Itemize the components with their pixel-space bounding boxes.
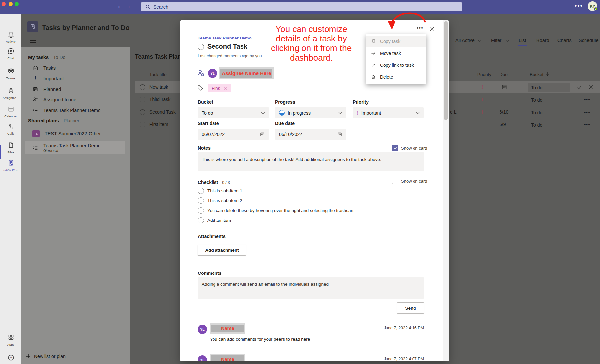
task-title[interactable]: Second Task xyxy=(149,109,176,115)
complete-circle[interactable] xyxy=(140,97,145,102)
task-title[interactable]: Second Task xyxy=(207,43,247,50)
checklist-item[interactable]: This is sub-item 1 xyxy=(207,188,242,193)
link-icon xyxy=(371,63,376,68)
rail-item-assignments[interactable]: Assignme... xyxy=(0,87,21,100)
comment-avatar: YL xyxy=(198,355,207,361)
zoom-window-button[interactable] xyxy=(15,2,19,6)
comment-avatar: YL xyxy=(198,325,207,334)
circle-check-icon xyxy=(32,65,38,71)
checklist-item-circle[interactable] xyxy=(198,207,204,214)
sidebar-item-test-summer[interactable]: TS TEST-Summer2022-Other xyxy=(32,130,100,137)
bucket-value[interactable]: To do xyxy=(531,97,542,103)
add-attachment-button[interactable]: Add attachment xyxy=(198,245,246,256)
rail-item-calls[interactable]: Calls xyxy=(0,123,21,135)
progress-dropdown[interactable]: In progress xyxy=(275,107,346,118)
col-due[interactable]: Due xyxy=(500,72,508,77)
tab-schedule[interactable]: Schedule xyxy=(579,38,598,43)
sidebar-item-planned[interactable]: Planned xyxy=(32,86,61,92)
all-active-dropdown[interactable]: All Active xyxy=(455,38,482,43)
rail-item-chat[interactable]: Chat xyxy=(0,47,21,60)
hamburger-icon[interactable] xyxy=(30,38,36,45)
important-icon: ! xyxy=(481,84,483,90)
forward-icon[interactable]: › xyxy=(128,3,130,10)
filter-dropdown[interactable]: Filter xyxy=(491,38,509,43)
tag-pill[interactable]: Pink xyxy=(208,84,231,92)
breadcrumb[interactable]: Teams Task Planner Demo xyxy=(198,36,252,40)
checklist-item-circle[interactable] xyxy=(198,188,204,194)
complete-circle[interactable] xyxy=(198,44,204,50)
rail-more-icon[interactable] xyxy=(0,181,21,187)
notes-input[interactable]: This is where you add a description of t… xyxy=(198,152,424,171)
complete-circle[interactable] xyxy=(140,122,145,127)
confirm-icon[interactable] xyxy=(577,85,582,90)
bucket-label: Bucket xyxy=(198,99,213,105)
new-list-button[interactable]: New list or plan xyxy=(26,354,66,359)
chevron-down-icon xyxy=(505,40,509,42)
phone-icon xyxy=(7,123,14,130)
scrollbar-thumb[interactable] xyxy=(444,21,448,120)
bucket-value[interactable]: To do xyxy=(531,122,542,128)
add-assignee-icon[interactable] xyxy=(196,69,205,77)
minimize-window-button[interactable] xyxy=(9,2,13,6)
rail-item-calendar[interactable]: Calendar xyxy=(0,105,21,118)
col-priority[interactable]: Priority xyxy=(477,72,491,77)
checklist-item[interactable]: You can delete these by hovering over th… xyxy=(207,208,355,213)
comment-input[interactable]: Adding a comment will send an email to t… xyxy=(198,277,424,299)
menu-item-delete[interactable]: Delete xyxy=(366,71,426,83)
due-date-input[interactable]: 06/10/2022 xyxy=(275,129,346,140)
send-button[interactable]: Send xyxy=(397,302,424,314)
checklist-header: Checklist 0 / 3 xyxy=(198,180,230,185)
tab-charts[interactable]: Charts xyxy=(557,38,572,43)
rail-item-help[interactable]: ? Help xyxy=(0,354,21,364)
sidebar-selected-content[interactable]: Teams Task Planner Demo General xyxy=(32,143,100,153)
checklist-item[interactable]: This is sub-item 2 xyxy=(207,198,242,203)
complete-circle[interactable] xyxy=(140,109,145,115)
rail-item-teams[interactable]: Teams xyxy=(0,67,21,80)
checklist-item-circle[interactable] xyxy=(198,197,204,204)
priority-dropdown[interactable]: ! Important xyxy=(353,107,424,118)
rail-item-apps[interactable]: Apps xyxy=(0,334,21,346)
task-title[interactable]: New task xyxy=(149,84,168,90)
exclamation-icon: ! xyxy=(32,76,38,82)
row-more-icon[interactable]: ••• xyxy=(584,109,590,115)
tab-list[interactable]: List xyxy=(519,38,526,43)
sidebar-item-tasks[interactable]: Tasks xyxy=(32,65,56,71)
notes-show-on-card-checkbox[interactable] xyxy=(392,145,398,151)
sidebar-item-important[interactable]: ! Important xyxy=(32,76,64,82)
checklist-icon xyxy=(32,107,38,113)
task-title[interactable]: Third Task xyxy=(149,97,170,102)
assignee-avatar[interactable]: YL xyxy=(208,69,217,78)
remove-tag-icon[interactable] xyxy=(224,86,227,90)
due-value[interactable]: 6/10 xyxy=(500,109,508,115)
bucket-value[interactable]: To do xyxy=(531,85,542,90)
due-value[interactable]: 6/9 xyxy=(500,122,506,127)
checklist-item-circle[interactable] xyxy=(198,217,204,223)
task-title[interactable]: First item xyxy=(149,122,168,127)
rail-item-files[interactable]: Files xyxy=(0,142,21,154)
start-date-input[interactable]: 06/07/2022 xyxy=(198,129,269,140)
help-icon: ? xyxy=(7,354,14,361)
svg-text:?: ? xyxy=(10,356,12,360)
tab-board[interactable]: Board xyxy=(536,38,549,43)
bucket-dropdown[interactable]: To do xyxy=(198,107,269,118)
bucket-value[interactable]: To do xyxy=(531,110,542,115)
row-more-icon[interactable]: ••• xyxy=(584,97,590,102)
sidebar-item-planner-demo[interactable]: Teams Task Planner Demo xyxy=(32,107,100,113)
close-window-button[interactable] xyxy=(2,2,6,6)
back-icon[interactable]: ‹ xyxy=(118,3,120,10)
assignee-name-box[interactable]: Assignee Name Here xyxy=(219,67,274,79)
titlebar-more-icon[interactable]: ••• xyxy=(575,3,583,10)
rail-item-activity[interactable]: Activity xyxy=(0,31,21,43)
col-task-title[interactable]: Task title xyxy=(149,72,167,77)
complete-circle[interactable] xyxy=(140,84,145,90)
row-more-icon[interactable]: ••• xyxy=(584,122,590,127)
col-bucket[interactable]: Bucket xyxy=(530,72,543,77)
checklist-show-on-card-checkbox[interactable] xyxy=(392,178,398,184)
sidebar-item-assigned-to-me[interactable]: Assigned to me xyxy=(32,97,76,103)
rail-item-tasks[interactable]: Tasks by ... xyxy=(0,159,21,171)
cancel-icon[interactable] xyxy=(588,85,593,90)
comments-label: Comments xyxy=(198,271,221,276)
due-date-icon[interactable] xyxy=(501,84,507,90)
checklist-add-item[interactable]: Add an item xyxy=(207,218,231,223)
tag-icon[interactable] xyxy=(197,84,204,91)
